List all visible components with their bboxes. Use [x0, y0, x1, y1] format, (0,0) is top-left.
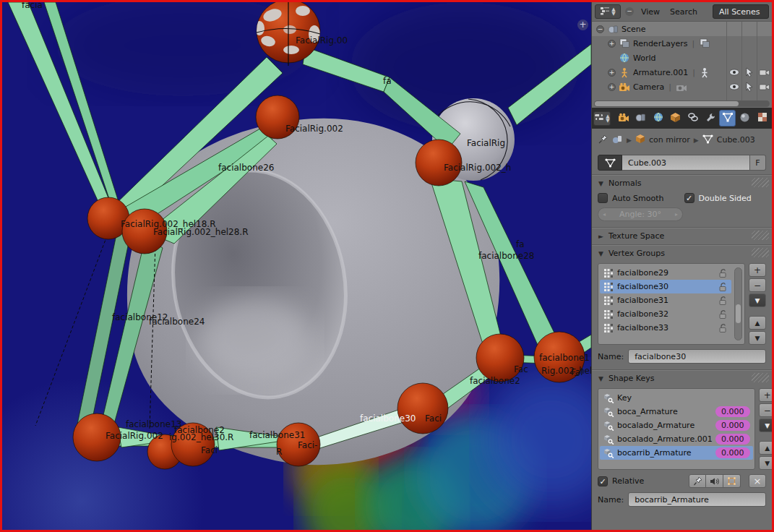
shape-key-row[interactable]: bocalado_Armature0.000 — [600, 419, 753, 432]
texture-space-panel-header[interactable]: ► Texture Space — [592, 228, 772, 244]
slider-left-arrow-icon[interactable]: ◂ — [603, 211, 606, 218]
renderability-camera-icon[interactable] — [757, 65, 772, 80]
checkbox-icon — [598, 193, 608, 203]
lock-open-icon[interactable] — [717, 296, 728, 306]
shape-key-value[interactable]: 0.000 — [715, 420, 750, 431]
shape-key-row[interactable]: Key — [600, 391, 753, 405]
vertex-group-row[interactable]: facialbone29 — [600, 266, 731, 280]
tab-texture[interactable] — [754, 110, 770, 126]
panel-grip[interactable] — [752, 231, 769, 240]
move-up-button[interactable]: ▲ — [749, 316, 766, 330]
viewport-canvas[interactable] — [2, 2, 591, 530]
tab-modifiers[interactable] — [702, 110, 718, 126]
shape-key-row[interactable]: boca_Armature0.000 — [600, 405, 753, 419]
panel-grip[interactable] — [752, 248, 769, 257]
auto-smooth-checkbox[interactable]: Auto Smooth — [598, 193, 680, 203]
fake-user-button[interactable]: F — [750, 155, 766, 171]
3d-viewport[interactable]: faciaFacialRig.00faFacialRig.002FacialRi… — [2, 2, 591, 530]
renderability-camera-icon[interactable] — [757, 94, 772, 95]
vertex-group-row[interactable]: facialbone31 — [600, 293, 731, 307]
vertex-group-name: facialbone30 — [617, 282, 714, 291]
remove-vertex-group-button[interactable]: − — [749, 278, 766, 292]
relative-checkbox[interactable]: ✓ — [598, 476, 608, 486]
lock-open-icon[interactable] — [717, 309, 728, 319]
slider-right-arrow-icon[interactable]: ▸ — [675, 211, 678, 218]
vertex-group-row[interactable]: facialbone30 — [600, 280, 731, 293]
visibility-eye-icon[interactable] — [726, 80, 741, 94]
mesh-id-icon[interactable] — [598, 155, 622, 171]
move-down-button[interactable]: ▼ — [759, 456, 772, 470]
double-sided-checkbox[interactable]: ✓ Double Sided — [684, 193, 767, 203]
shape-key-value[interactable]: 0.000 — [715, 434, 750, 445]
panel-grip[interactable] — [752, 178, 769, 187]
selectability-cursor-icon[interactable] — [741, 80, 757, 94]
tab-object[interactable] — [667, 110, 684, 126]
outliner-search-menu[interactable]: Search — [667, 7, 700, 17]
mute-speaker-button[interactable] — [706, 474, 723, 488]
tab-scene[interactable] — [632, 110, 649, 126]
visibility-eye-icon[interactable] — [726, 65, 741, 80]
outliner-display-dropdown[interactable]: All Scenes — [713, 4, 769, 19]
panel-grip[interactable] — [752, 373, 769, 382]
editor-type-selector[interactable]: ▲▼ — [595, 4, 621, 19]
normals-panel-header[interactable]: ▼ Normals — [592, 175, 772, 192]
outliner-item-armature-001[interactable]: +Armature.001| — [592, 65, 772, 80]
tab-world[interactable] — [650, 110, 666, 126]
mesh-name-field[interactable]: Cube.003 — [622, 155, 750, 171]
collapse-menus-icon[interactable]: − — [625, 7, 634, 16]
tab-data[interactable] — [719, 110, 736, 126]
visibility-eye-icon[interactable] — [726, 94, 741, 95]
vertex-group-row[interactable]: facialbone33 — [600, 321, 731, 335]
editor-type-selector[interactable]: ▲▼ — [593, 111, 611, 126]
object-context-icon[interactable] — [612, 134, 623, 146]
vertex-group-specials-button[interactable]: ▼ — [749, 293, 766, 307]
lock-open-icon[interactable] — [717, 282, 728, 292]
list-scrollbar[interactable] — [734, 267, 742, 340]
outliner-item-camera[interactable]: +Camera| — [592, 80, 772, 94]
shape-key-specials-button[interactable]: ▼ — [759, 419, 772, 432]
shape-key-value[interactable]: 0.000 — [715, 447, 750, 458]
shape-keys-panel-header[interactable]: ▼ Shape Keys — [592, 370, 772, 387]
move-down-button[interactable]: ▼ — [749, 331, 766, 345]
angle-slider[interactable]: ◂ Angle: 30° ▸ — [598, 207, 683, 221]
outliner-item-renderlayers[interactable]: +RenderLayers| — [592, 36, 772, 51]
tab-constraints[interactable] — [684, 110, 701, 126]
pin-shape-key-button[interactable] — [689, 474, 706, 488]
expand-icon[interactable]: + — [608, 69, 616, 77]
shape-key-row[interactable]: bocarrib_Armature0.000 — [600, 446, 753, 460]
vertex-group-row[interactable]: facialbone32 — [600, 307, 731, 321]
panel-expand-icon[interactable]: + — [577, 20, 588, 30]
breadcrumb-data[interactable]: Cube.003 — [717, 135, 755, 145]
lock-open-icon[interactable] — [717, 323, 728, 333]
shape-key-value[interactable]: 0.000 — [715, 406, 750, 417]
outliner-view-menu[interactable]: View — [638, 7, 663, 17]
tab-material[interactable] — [736, 110, 753, 126]
expand-icon[interactable]: + — [608, 83, 616, 91]
expand-icon[interactable]: + — [608, 40, 616, 48]
add-shape-key-button[interactable]: + — [759, 388, 772, 402]
shape-key-name: boca_Armature — [617, 407, 713, 416]
outliner-item-scene[interactable]: −Scene — [592, 22, 772, 36]
renderability-camera-icon[interactable] — [757, 80, 772, 94]
outliner-scrollbar[interactable] — [594, 100, 770, 107]
shape-key-row[interactable]: bocalado_Armature.0010.000 — [600, 432, 753, 446]
outliner-item-world[interactable]: +World — [592, 51, 772, 65]
collapse-icon[interactable]: − — [596, 25, 604, 33]
add-vertex-group-button[interactable]: + — [749, 263, 766, 277]
selectability-cursor-icon[interactable] — [741, 94, 757, 95]
edit-mode-button[interactable] — [723, 474, 741, 488]
lock-open-icon[interactable] — [717, 268, 728, 278]
move-up-button[interactable]: ▲ — [759, 441, 772, 455]
clear-shape-keys-button[interactable]: × — [749, 474, 766, 488]
selectability-cursor-icon[interactable] — [741, 65, 757, 80]
tab-render[interactable] — [615, 110, 632, 126]
remove-shape-key-button[interactable]: − — [759, 403, 772, 417]
vertex-group-name-field[interactable]: facialbone30 — [628, 349, 766, 364]
outliner-item-facialrig[interactable]: +FacialRig| — [592, 94, 772, 95]
shape-key-name-field[interactable]: bocarrib_Armature — [628, 492, 766, 507]
vertex-groups-panel-header[interactable]: ▼ Vertex Groups — [592, 245, 772, 262]
editor-selector-arrows: ▲▼ — [606, 114, 609, 123]
angle-value: Angle: 30° — [619, 210, 661, 219]
pin-icon[interactable] — [598, 134, 609, 147]
breadcrumb-object[interactable]: con mirror — [649, 135, 690, 145]
